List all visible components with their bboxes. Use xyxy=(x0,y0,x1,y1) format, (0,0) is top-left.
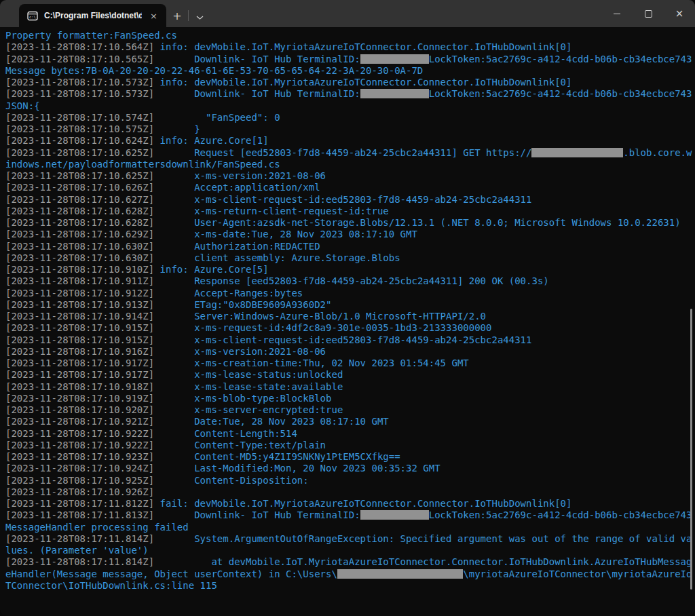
maximize-button[interactable] xyxy=(633,0,664,27)
log-timestamp: [2023-11-28T08:17:11.814Z] xyxy=(5,556,154,567)
terminal-line: [2023-11-28T08:17:10.915Z] x-ms-client-r… xyxy=(5,334,695,346)
log-timestamp: [2023-11-28T08:17:10.627Z] xyxy=(5,194,154,205)
log-text: x-ms-request-id:4df2c8a9-301e-0035-1bd3-… xyxy=(154,322,491,333)
log-text: System.ArgumentOutOfRangeException: Spec… xyxy=(154,533,692,544)
log-timestamp: [2023-11-28T08:17:10.925Z] xyxy=(5,475,154,486)
log-text: Content-Disposition: xyxy=(154,475,309,486)
log-timestamp: [2023-11-28T08:17:10.914Z] xyxy=(5,311,154,322)
terminal-line: [2023-11-28T08:17:10.917Z] x-ms-lease-st… xyxy=(5,369,695,381)
terminal-line: [2023-11-28T08:17:10.625Z] Request [eed5… xyxy=(5,147,695,159)
terminal-line: [2023-11-28T08:17:10.630Z] Authorization… xyxy=(5,241,695,252)
svg-text:c:\: c:\ xyxy=(29,15,36,19)
log-text: fail: devMobile.IoT.MyriotaAzureIoTConne… xyxy=(154,498,571,509)
log-text: MessageHandler processing failed xyxy=(5,522,189,533)
log-timestamp: [2023-11-28T08:17:10.913Z] xyxy=(5,299,154,310)
terminal-line: [2023-11-28T08:17:10.574Z] "FanSpeed": 0 xyxy=(5,112,695,123)
log-text: x-ms-version:2021-08-06 xyxy=(154,346,326,357)
log-text: Content-MD5:y4Z1I9SNKNy1PtEM5CXfkg== xyxy=(154,451,400,462)
log-text: JSON:{ xyxy=(5,100,40,111)
tab-dropdown-button[interactable] xyxy=(189,4,210,27)
log-text: x-ms-creation-time:Thu, 02 Nov 2023 01:5… xyxy=(154,358,469,368)
log-timestamp: [2023-11-28T08:17:10.565Z] xyxy=(5,54,154,64)
terminal-line: [2023-11-28T08:17:10.912Z] Accept-Ranges… xyxy=(5,288,695,299)
minimize-button[interactable] xyxy=(601,0,633,27)
log-timestamp: [2023-11-28T08:17:10.630Z] xyxy=(5,241,154,252)
log-timestamp: [2023-11-28T08:17:10.922Z] xyxy=(5,428,154,439)
terminal-line: TConnector\IoTHubDownlink.cs:line 115 xyxy=(5,580,695,592)
log-timestamp: [2023-11-28T08:17:11.814Z] xyxy=(5,533,154,544)
terminal-line: [2023-11-28T08:17:10.915Z] x-ms-request-… xyxy=(5,322,695,334)
terminal-line: [2023-11-28T08:17:10.926Z] xyxy=(5,486,695,498)
log-timestamp: [2023-11-28T08:17:10.573Z] xyxy=(5,77,154,88)
terminal-line: indows.net/payloadformattersdownlink/Fan… xyxy=(5,159,695,170)
log-text: Property formatter:FanSpeed.cs xyxy=(5,30,177,41)
cmd-terminal-icon: c:\ xyxy=(27,11,38,21)
terminal-line: [2023-11-28T08:17:10.917Z] x-ms-creation… xyxy=(5,358,695,369)
terminal-line: [2023-11-28T08:17:10.624Z] info: Azure.C… xyxy=(5,135,695,147)
log-text: x-ms-return-client-request-id:true xyxy=(154,206,389,216)
minimize-icon xyxy=(614,14,620,14)
terminal-line: [2023-11-28T08:17:10.919Z] x-ms-blob-typ… xyxy=(5,393,695,404)
log-timestamp: [2023-11-28T08:17:11.812Z] xyxy=(5,498,154,509)
titlebar[interactable]: c:\ C:\Program Files\dotnet\dotn × + × xyxy=(0,0,695,27)
log-text: User-Agent:azsdk-net-Storage.Blobs/12.13… xyxy=(154,217,680,228)
terminal-line: [2023-11-28T08:17:10.916Z] x-ms-version:… xyxy=(5,346,695,358)
log-text: x-ms-client-request-id:eed52803-f7d8-445… xyxy=(154,194,531,205)
log-text: x-ms-date:Tue, 28 Nov 2023 08:17:10 GMT xyxy=(154,229,417,239)
tab-dotnet[interactable]: c:\ C:\Program Files\dotnet\dotn × xyxy=(19,4,166,27)
log-text: \myriotaAzureIoTConnector\myriotaAzureIo xyxy=(463,569,692,579)
log-text: info: Azure.Core[1] xyxy=(154,135,269,146)
terminal-line: [2023-11-28T08:17:10.918Z] x-ms-lease-st… xyxy=(5,381,695,393)
log-timestamp: [2023-11-28T08:17:10.926Z] xyxy=(5,486,154,497)
log-text: lues. (Parameter 'value') xyxy=(5,545,149,556)
terminal-line: [2023-11-28T08:17:10.564Z] info: devMobi… xyxy=(5,41,695,53)
log-timestamp: [2023-11-28T08:17:10.924Z] xyxy=(5,463,154,474)
log-timestamp: [2023-11-28T08:17:10.910Z] xyxy=(5,264,154,275)
log-timestamp: [2023-11-28T08:17:10.922Z] xyxy=(5,440,154,450)
new-tab-button[interactable]: + xyxy=(166,4,188,27)
log-timestamp: [2023-11-28T08:17:10.911Z] xyxy=(5,275,154,286)
log-timestamp: [2023-11-28T08:17:10.916Z] xyxy=(5,346,154,357)
terminal-viewport[interactable]: Property formatter:FanSpeed.cs[2023-11-2… xyxy=(0,27,695,616)
log-text: at devMobile.IoT.MyriotaAzureIoTConnecto… xyxy=(154,556,692,567)
terminal-line: [2023-11-28T08:17:10.920Z] x-ms-server-e… xyxy=(5,404,695,416)
terminal-line: [2023-11-28T08:17:10.922Z] Content-Type:… xyxy=(5,440,695,451)
terminal-line: [2023-11-28T08:17:10.911Z] Response [eed… xyxy=(5,275,695,287)
terminal-line: [2023-11-28T08:17:11.814Z] System.Argume… xyxy=(5,533,695,545)
scrollbar-thumb[interactable] xyxy=(690,309,692,590)
terminal-line: [2023-11-28T08:17:10.925Z] Content-Dispo… xyxy=(5,475,695,486)
log-timestamp: [2023-11-28T08:17:10.564Z] xyxy=(5,41,154,52)
log-timestamp: [2023-11-28T08:17:10.915Z] xyxy=(5,322,154,333)
log-text: Downlink- IoT Hub TerminalID: xyxy=(154,54,360,64)
terminal-line: [2023-11-28T08:17:10.921Z] Date:Tue, 28 … xyxy=(5,416,695,427)
tab-close-icon[interactable]: × xyxy=(148,11,159,21)
log-text: client assembly: Azure.Storage.Blobs xyxy=(154,252,400,263)
log-text: info: Azure.Core[5] xyxy=(154,264,269,275)
log-text: Accept-Ranges:bytes xyxy=(154,288,303,299)
log-text: Accept:application/xml xyxy=(154,182,320,193)
log-timestamp: [2023-11-28T08:17:10.917Z] xyxy=(5,369,154,380)
terminal-line: [2023-11-28T08:17:10.924Z] Last-Modified… xyxy=(5,463,695,474)
log-text: x-ms-version:2021-08-06 xyxy=(154,170,326,181)
log-text: info: devMobile.IoT.MyriotaAzureIoTConne… xyxy=(154,41,571,52)
log-text: indows.net/payloadformattersdownlink/Fan… xyxy=(5,159,280,170)
terminal-line: [2023-11-28T08:17:10.910Z] info: Azure.C… xyxy=(5,264,695,275)
log-text: x-ms-server-encrypted:true xyxy=(154,404,343,415)
log-timestamp: [2023-11-28T08:17:10.625Z] xyxy=(5,170,154,181)
terminal-line: [2023-11-28T08:17:10.628Z] x-ms-return-c… xyxy=(5,206,695,217)
log-text: LockToken:5ac2769c-a412-4cdd-b06b-cb34ec… xyxy=(429,88,692,99)
log-text: Date:Tue, 28 Nov 2023 08:17:10 GMT xyxy=(154,416,389,427)
log-timestamp: [2023-11-28T08:17:10.626Z] xyxy=(5,182,154,193)
log-text: } xyxy=(154,123,200,134)
redaction-box xyxy=(337,569,463,579)
tab-title: C:\Program Files\dotnet\dotn xyxy=(44,11,142,20)
log-text: "FanSpeed": 0 xyxy=(154,112,280,123)
log-timestamp: [2023-11-28T08:17:10.921Z] xyxy=(5,416,154,427)
terminal-line: [2023-11-28T08:17:10.573Z] info: devMobi… xyxy=(5,77,695,88)
log-timestamp: [2023-11-28T08:17:10.917Z] xyxy=(5,358,154,368)
log-timestamp: [2023-11-28T08:17:10.575Z] xyxy=(5,123,154,134)
log-timestamp: [2023-11-28T08:17:11.813Z] xyxy=(5,509,154,520)
close-button[interactable]: × xyxy=(664,0,695,27)
log-timestamp: [2023-11-28T08:17:10.629Z] xyxy=(5,229,154,239)
redaction-box xyxy=(531,148,623,157)
